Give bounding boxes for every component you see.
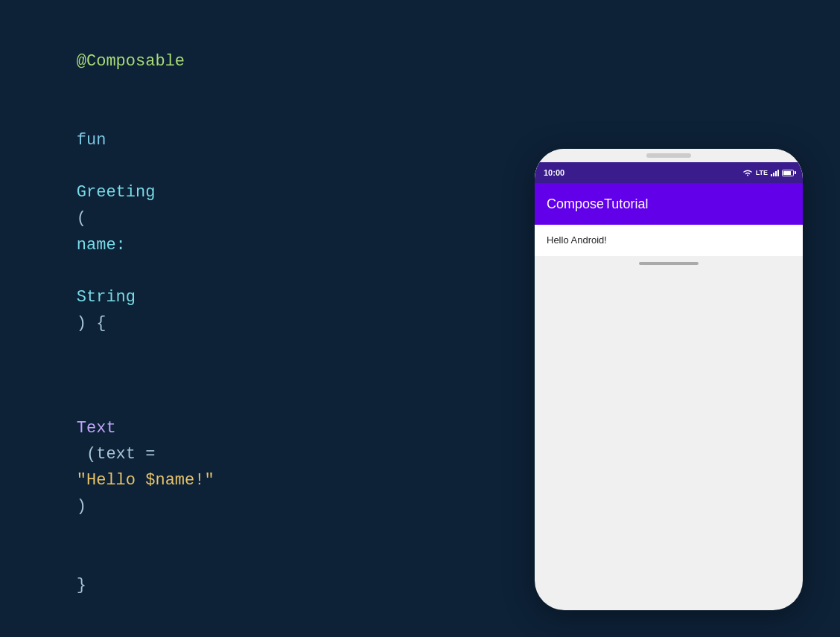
empty-line-1 [37, 624, 803, 637]
phone-bottom [535, 256, 803, 271]
keyword-fun-1: fun [77, 131, 106, 150]
phone-screen: 10:00 LTE [535, 162, 803, 256]
phone-body: 10:00 LTE [535, 149, 803, 610]
signal-bars-icon [771, 169, 779, 176]
phone-speaker [646, 153, 691, 158]
code-line-1: @Composable [37, 22, 803, 101]
app-bar: ComposeTutorial [535, 183, 803, 225]
home-indicator [639, 262, 699, 265]
wifi-icon [742, 169, 753, 177]
phone-mockup: 10:00 LTE [535, 149, 803, 610]
app-bar-title: ComposeTutorial [547, 196, 648, 212]
status-icons: LTE [742, 169, 794, 177]
status-time: 10:00 [544, 168, 564, 177]
type-string: String [77, 288, 136, 307]
phone-notch [535, 149, 803, 162]
annotation-composable: @Composable [77, 52, 185, 71]
text-composable: Text [77, 419, 116, 438]
app-content: Hello Android! [535, 225, 803, 256]
param-name: name: [77, 236, 126, 255]
status-bar: 10:00 LTE [535, 162, 803, 183]
battery-icon [782, 170, 794, 176]
lte-label: LTE [756, 169, 768, 176]
string-hello: "Hello $name!" [77, 471, 214, 490]
hello-text: Hello Android! [547, 234, 607, 246]
function-name-greeting: Greeting [77, 183, 156, 202]
